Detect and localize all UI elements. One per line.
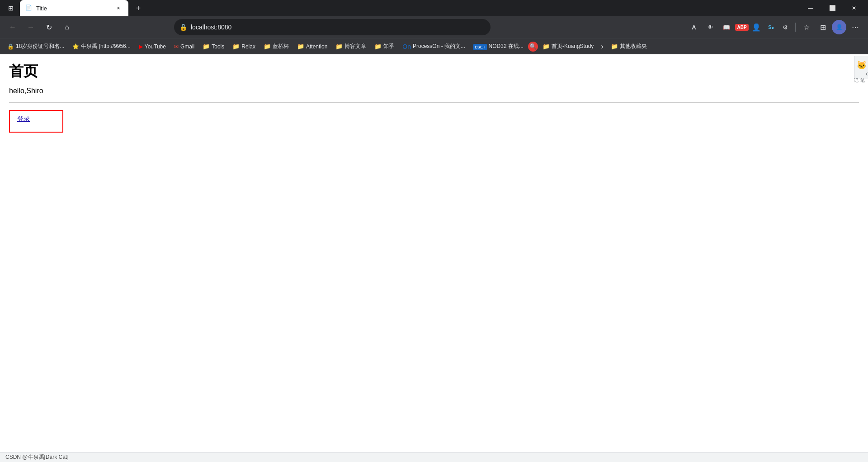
new-tab-btn[interactable]: + <box>130 0 146 16</box>
status-text: CSDN @牛泉禹[Dark Cat] <box>5 453 69 461</box>
page-content: 首页 hello,Shiro 登录 <box>0 54 868 462</box>
bookmark-label-bk7: 蓝桥杯 <box>273 43 289 50</box>
bookmarks-more-btn[interactable]: › <box>598 41 606 52</box>
bookmark-id-bk4[interactable]: ✉ Gmail <box>170 42 198 52</box>
address-input-wrapper[interactable]: 🔒 localhost:8080 <box>174 19 491 35</box>
bookmark-id-bk7[interactable]: 📁 蓝桥杯 <box>260 41 292 52</box>
bookmark-id-bk15[interactable]: 📁 其他收藏夹 <box>607 41 651 52</box>
toolbar-right: A 👁 📖 ABP 👤 S₂ ⚙ ☆ ⊞ 👤 ⋯ <box>687 20 863 34</box>
favorites-btn[interactable]: ☆ <box>799 20 814 34</box>
bookmark-label-bk4: Gmail <box>180 43 194 50</box>
bookmark-icon-bk1: 🔒 <box>7 43 14 50</box>
bookmark-label-bk8: Attention <box>306 43 327 50</box>
tab-close-btn[interactable]: × <box>114 4 123 13</box>
bookmark-label-bk3: YouTube <box>145 43 166 50</box>
bookmark-label-bk2: 牛泉禹 [http://9956... <box>81 43 130 50</box>
profile-extension[interactable]: 👤 <box>750 21 763 33</box>
immersive-btn[interactable]: 👁 <box>703 20 717 34</box>
profile-avatar[interactable]: 👤 <box>832 20 846 34</box>
side-panel-text: C笔记 <box>853 72 868 76</box>
more-btn[interactable]: ⋯ <box>848 20 863 34</box>
tab-favicon: 📄 <box>25 5 33 12</box>
processon-icon: On <box>402 43 411 50</box>
side-panel-icon[interactable]: 🐱 <box>856 60 867 71</box>
bookmark-label-bk6: Relax <box>241 43 255 50</box>
reading-btn[interactable]: 📖 <box>719 20 734 34</box>
home-btn[interactable]: ⌂ <box>60 20 74 34</box>
folder-icon-bk13: 📁 <box>542 43 550 50</box>
settings-extension[interactable]: ⚙ <box>779 21 792 33</box>
back-btn[interactable]: ← <box>5 20 20 34</box>
bookmark-id-bk1[interactable]: 🔒 18岁身份证号和名... <box>4 41 68 52</box>
address-text: localhost:8080 <box>191 24 485 31</box>
status-bar: CSDN @牛泉禹[Dark Cat] <box>0 452 868 462</box>
eset-icon: ESET <box>473 43 487 50</box>
gmail-icon: ✉ <box>174 43 179 50</box>
translate-btn[interactable]: A <box>687 20 701 34</box>
folder-icon-bk5: 📁 <box>203 43 210 50</box>
minimize-btn[interactable]: — <box>800 0 821 16</box>
address-bar: ← → ↻ ⌂ 🔒 localhost:8080 A 👁 📖 ABP 👤 S₂ … <box>0 16 868 38</box>
bookmark-id-bk12[interactable]: ESET NOD32 在线... <box>470 41 527 52</box>
bookmark-id-bk6[interactable]: 📁 Relax <box>229 41 259 52</box>
bookmark-id-bk3[interactable]: ▶ YouTube <box>135 42 170 52</box>
bookmark-label-bk10: 知乎 <box>383 43 394 50</box>
tab-group-btn[interactable]: ⊞ <box>4 1 18 15</box>
folder-icon-bk9: 📁 <box>335 43 343 50</box>
folder-icon-bk8: 📁 <box>297 43 304 50</box>
red-search-icon[interactable]: 🔍 <box>528 42 538 52</box>
youtube-icon: ▶ <box>139 43 143 50</box>
bookmark-id-bk10[interactable]: 📁 知乎 <box>371 41 398 52</box>
side-panel: 🐱 C笔记 <box>854 56 868 79</box>
bookmark-label-bk9: 博客文章 <box>344 43 366 50</box>
folder-icon-bk7: 📁 <box>264 43 271 50</box>
bookmark-id-bk2[interactable]: ⭐ 牛泉禹 [http://9956... <box>69 41 134 52</box>
bookmark-label-bk12: NOD32 在线... <box>489 43 524 50</box>
maximize-btn[interactable]: ⬜ <box>822 0 843 16</box>
title-bar-left: ⊞ 📄 Title × + <box>4 0 146 16</box>
divider <box>795 23 796 32</box>
abp-badge: ABP <box>735 24 748 31</box>
bookmark-icon-bk2: ⭐ <box>72 43 79 50</box>
window-controls: — ⬜ ✕ <box>800 0 864 16</box>
bookmark-id-bk9[interactable]: 📁 博客文章 <box>332 41 370 52</box>
bookmark-id-bk5[interactable]: 📁 Tools <box>199 41 228 52</box>
browser-frame: ⊞ 📄 Title × + — ⬜ ✕ ← → ↻ ⌂ 🔒 localhost:… <box>0 0 868 462</box>
bookmark-label-bk11: ProcessOn - 我的文... <box>413 43 465 50</box>
refresh-btn[interactable]: ↻ <box>42 20 56 34</box>
tab-title: Title <box>36 5 110 12</box>
login-box: 登录 <box>9 110 63 133</box>
collections-btn[interactable]: ⊞ <box>816 20 830 34</box>
bookmark-id-bk13[interactable]: 📁 首页-KuangStudy <box>539 41 597 52</box>
login-link[interactable]: 登录 <box>17 115 30 122</box>
bookmark-label-bk15: 其他收藏夹 <box>620 43 647 50</box>
bookmark-label-bk1: 18岁身份证号和名... <box>16 43 64 50</box>
lock-icon: 🔒 <box>179 24 187 31</box>
bookmark-id-bk8[interactable]: 📁 Attention <box>293 41 331 52</box>
title-bar: ⊞ 📄 Title × + — ⬜ ✕ <box>0 0 868 16</box>
active-tab[interactable]: 📄 Title × <box>20 0 128 16</box>
bookmark-id-bk11[interactable]: On ProcessOn - 我的文... <box>399 41 469 52</box>
search-highlight-area: 🔍 <box>528 42 538 52</box>
folder-icon-bk10: 📁 <box>374 43 382 50</box>
bookmark-label-bk5: Tools <box>212 43 224 50</box>
bookmarks-bar: 🔒 18岁身份证号和名... ⭐ 牛泉禹 [http://9956... ▶ Y… <box>0 38 868 54</box>
page-subtitle: hello,Shiro <box>9 87 859 95</box>
s2-extension[interactable]: S₂ <box>764 21 777 33</box>
abp-extension[interactable]: ABP <box>736 21 748 33</box>
folder-icon-bk15: 📁 <box>611 43 618 50</box>
folder-icon-bk6: 📁 <box>232 43 240 50</box>
bookmark-label-bk13: 首页-KuangStudy <box>552 43 594 50</box>
content-divider <box>9 102 859 103</box>
close-btn[interactable]: ✕ <box>844 0 864 16</box>
forward-btn[interactable]: → <box>24 20 38 34</box>
page-title: 首页 <box>9 62 859 81</box>
